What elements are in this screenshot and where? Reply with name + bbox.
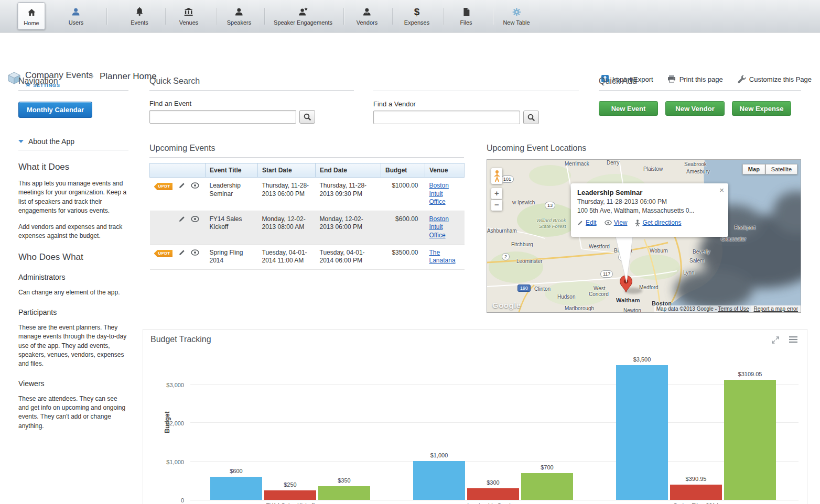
- find-event-label: Find an Event: [149, 100, 354, 107]
- chart-bar-value-label: $350: [307, 477, 381, 484]
- venue-link[interactable]: Boston Intuit Office: [429, 182, 449, 205]
- about-the-app-toggle[interactable]: About the App: [18, 137, 128, 146]
- table-row[interactable]: UPDT Spring Fling 2014 Tuesday, 04-01-20…: [150, 244, 465, 269]
- zoom-out-button[interactable]: [491, 200, 502, 211]
- edit-link[interactable]: Edit: [586, 219, 597, 226]
- find-vendor-input[interactable]: [373, 111, 520, 124]
- chart-bar[interactable]: [724, 380, 776, 500]
- what-it-does-paragraph: This app lets you manage events and meet…: [18, 179, 128, 216]
- expand-chart-icon[interactable]: [771, 336, 780, 346]
- venue-link[interactable]: Boston Intuit Office: [429, 215, 449, 239]
- table-row[interactable]: UPDT Leadership Seminar Thursday, 11-28-…: [150, 178, 465, 211]
- pegman-icon: [494, 170, 500, 182]
- edit-pencil-icon[interactable]: [178, 182, 186, 192]
- updated-badge: UPDT: [154, 183, 173, 190]
- chart-bar[interactable]: [467, 488, 519, 500]
- bell-icon: [131, 6, 148, 18]
- search-icon: [527, 113, 535, 122]
- close-icon[interactable]: [719, 185, 724, 194]
- chart-bar[interactable]: [670, 485, 722, 500]
- tab-label: Speakers: [227, 19, 251, 26]
- toolbar-divider: [264, 8, 265, 25]
- table-row[interactable]: UPDT FY14 Sales Kickoff Monday, 12-02-20…: [150, 211, 465, 244]
- chart-bar-value-label: $700: [510, 464, 584, 470]
- tab-label: Events: [131, 19, 148, 26]
- report-map-error-link[interactable]: Report a map error: [754, 306, 798, 312]
- edit-pencil-icon[interactable]: [178, 249, 186, 259]
- end-date-cell: Thursday, 11-28-2013 09:30 PM: [316, 178, 381, 211]
- toolbar-divider: [392, 8, 393, 25]
- map-place-label: Waltham: [616, 297, 640, 303]
- chart-bar-value-label: $1,000: [402, 452, 476, 458]
- info-window-address: 100 5th Ave, Waltham, Massachusetts 0...: [577, 207, 722, 214]
- tab-users[interactable]: Users: [69, 6, 84, 26]
- get-directions-link[interactable]: Get directions: [642, 219, 681, 226]
- map-place-label: Fitchburg: [511, 242, 533, 247]
- map-place-label: West: [594, 286, 606, 291]
- column-header[interactable]: Start Date: [258, 163, 316, 178]
- column-header[interactable]: Budget: [381, 163, 425, 178]
- tab-label: Home: [24, 20, 39, 26]
- budget-cell: $3500.00: [381, 244, 425, 269]
- tab-new-table[interactable]: New Table: [503, 6, 530, 26]
- chart-menu-icon[interactable]: [789, 336, 797, 346]
- pegman-control[interactable]: [491, 168, 502, 184]
- tab-venues[interactable]: Venues: [179, 6, 199, 26]
- tab-label: Speaker Engagements: [274, 19, 332, 26]
- edit-pencil-icon[interactable]: [178, 215, 186, 225]
- tab-events[interactable]: Events: [131, 6, 148, 26]
- quick-search-title: Quick Search: [149, 76, 354, 86]
- find-event-search-button[interactable]: [299, 110, 315, 124]
- map-place-label: Merrimack: [565, 161, 589, 167]
- new-event-button[interactable]: New Event: [599, 101, 658, 116]
- map-place-label: Medford: [639, 284, 659, 290]
- google-map[interactable]: MerrimackDerryPlaistowSeabrookAmesburyw …: [487, 159, 801, 313]
- terms-of-use-link[interactable]: Terms of Use: [718, 306, 749, 312]
- view-link[interactable]: View: [614, 219, 628, 226]
- what-it-does-paragraph: Add vendors and expenses and track expen…: [18, 223, 128, 241]
- column-header[interactable]: Venue: [425, 163, 465, 178]
- chart-bar-value-label: $600: [199, 468, 273, 474]
- view-eye-icon[interactable]: [191, 216, 199, 225]
- role-name: Viewers: [18, 379, 128, 388]
- new-vendor-button[interactable]: New Vendor: [665, 101, 725, 116]
- view-eye-icon[interactable]: [191, 249, 199, 258]
- start-date-cell: Monday, 12-02-2013 08:00 AM: [258, 211, 316, 244]
- toolbar-divider: [165, 8, 166, 25]
- find-vendor-section: Find a Vendor: [373, 76, 579, 124]
- monthly-calendar-button[interactable]: Monthly Calendar: [18, 102, 92, 118]
- tab-expenses[interactable]: Expenses: [404, 6, 429, 26]
- section-rule: [18, 150, 128, 150]
- tab-speaker-engagements[interactable]: Speaker Engagements: [274, 6, 332, 26]
- navigation-title: Navigation: [18, 76, 128, 86]
- event-locations-section: Upcoming Event Locations: [487, 144, 801, 313]
- view-eye-icon[interactable]: [191, 182, 199, 191]
- column-header[interactable]: Event Title: [206, 163, 258, 178]
- chart-bar[interactable]: [521, 473, 573, 500]
- person-star-icon: [274, 6, 332, 18]
- section-rule: [373, 91, 579, 91]
- section-rule: [18, 90, 128, 91]
- new-expense-button[interactable]: New Expense: [732, 101, 791, 116]
- satellite-view-button[interactable]: Satellite: [765, 164, 797, 174]
- map-place-label: Lynn: [683, 270, 694, 276]
- quick-add-title: Quick Add: [599, 76, 801, 86]
- find-event-input[interactable]: [149, 110, 296, 124]
- info-window-tail: [610, 236, 642, 286]
- find-vendor-search-button[interactable]: [523, 111, 539, 124]
- zoom-in-button[interactable]: [491, 188, 502, 199]
- quick-add-section: Quick Add New Event New Vendor New Expen…: [599, 76, 801, 116]
- map-view-button[interactable]: Map: [742, 164, 765, 174]
- venue-link[interactable]: The Lanatana: [429, 249, 456, 265]
- chart-bar[interactable]: [264, 490, 316, 500]
- chart-bar[interactable]: [318, 486, 370, 500]
- chart-bar[interactable]: [210, 477, 262, 500]
- tab-home[interactable]: Home: [17, 2, 45, 30]
- tab-vendors[interactable]: Vendors: [357, 6, 377, 26]
- tab-label: Expenses: [404, 19, 429, 26]
- role-name: Participants: [18, 308, 128, 316]
- tab-speakers[interactable]: Speakers: [227, 6, 251, 26]
- tab-files[interactable]: Files: [460, 6, 472, 26]
- column-header[interactable]: End Date: [316, 163, 381, 178]
- map-place-label: w Ipswich: [512, 200, 535, 205]
